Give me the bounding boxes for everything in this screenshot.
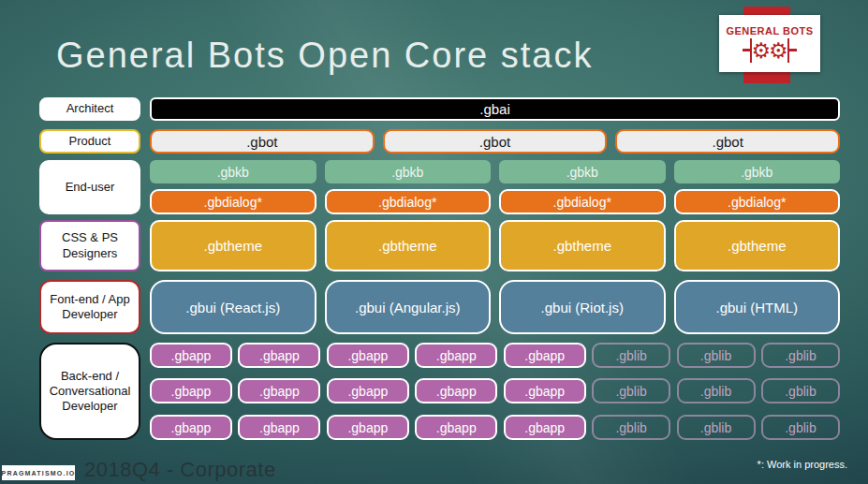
gear-icon: ⚙ bbox=[751, 38, 771, 63]
gbkb-box: .gbkb bbox=[150, 160, 316, 183]
gbapp-box: .gbapp bbox=[415, 378, 497, 403]
logo-brand-text: GENERAL BOTS bbox=[726, 25, 813, 37]
gbapp-box: .gbapp bbox=[504, 378, 586, 403]
gblib-box: .gblib bbox=[592, 378, 670, 403]
gbkb-box: .gbkb bbox=[499, 160, 666, 183]
gbapp-box: .gbapp bbox=[415, 343, 497, 368]
gbapp-box: .gbapp bbox=[327, 343, 409, 368]
gblib-box: .gblib bbox=[677, 415, 756, 440]
gears-icon: ⚙⚙ bbox=[743, 38, 797, 63]
gbtheme-row: .gbtheme .gbtheme .gbtheme .gbtheme bbox=[150, 220, 840, 271]
gbapp-box: .gbapp bbox=[238, 343, 320, 368]
pragmatismo-logo: PRAGMATISMO.IO bbox=[2, 465, 75, 480]
gbapp-box: .gbapp bbox=[415, 415, 497, 440]
gblib-box: .gblib bbox=[677, 343, 756, 368]
row-label-backend-developer: Back-end / Conversational Developer bbox=[39, 343, 140, 440]
gbtheme-box: .gbtheme bbox=[325, 220, 492, 271]
gbot-box: .gbot bbox=[615, 129, 840, 154]
row-label-css-ps-designers: CSS & PS Designers bbox=[39, 220, 140, 271]
gbapp-box: .gbapp bbox=[504, 343, 586, 368]
gbdialog-box: .gbdialog* bbox=[499, 189, 666, 214]
gbkb-box: .gbkb bbox=[674, 160, 841, 183]
gbai-row: .gbai bbox=[150, 97, 840, 121]
gblib-box: .gblib bbox=[761, 343, 840, 368]
gbdialog-row: .gbdialog* .gbdialog* .gbdialog* .gbdial… bbox=[150, 189, 840, 214]
gbkb-row: .gbkb .gbkb .gbkb .gbkb bbox=[150, 160, 840, 183]
gbtheme-box: .gbtheme bbox=[150, 220, 316, 271]
gbtheme-box: .gbtheme bbox=[499, 220, 666, 271]
gblib-box: .gblib bbox=[592, 415, 670, 440]
backend-row: .gbapp .gbapp .gbapp .gbapp .gbapp .gbli… bbox=[150, 378, 840, 403]
gbapp-box: .gbapp bbox=[238, 415, 320, 440]
gbdialog-box: .gbdialog* bbox=[674, 189, 841, 214]
slide-canvas: General Bots Open Core stack GENERAL BOT… bbox=[0, 0, 868, 484]
gbapp-box: .gbapp bbox=[150, 415, 232, 440]
gbtheme-box: .gbtheme bbox=[674, 220, 841, 271]
row-label-architect: Architect bbox=[39, 97, 140, 121]
page-title: General Bots Open Core stack bbox=[56, 36, 593, 76]
gear-tick-icon bbox=[743, 49, 750, 51]
gbkb-box: .gbkb bbox=[325, 160, 492, 183]
backend-row: .gbapp .gbapp .gbapp .gbapp .gbapp .gbli… bbox=[150, 343, 840, 368]
gbot-box: .gbot bbox=[383, 129, 608, 154]
gear-tick-icon bbox=[789, 49, 797, 51]
gbapp-box: .gbapp bbox=[504, 415, 586, 440]
gear-icon: ⚙ bbox=[769, 38, 788, 63]
row-label-frontend-developer: Font-end / App Developer bbox=[39, 280, 140, 334]
gblib-box: .gblib bbox=[592, 343, 670, 368]
gbui-react-box: .gbui (React.js) bbox=[150, 280, 316, 334]
backend-row: .gbapp .gbapp .gbapp .gbapp .gbapp .gbli… bbox=[150, 415, 840, 440]
gbui-angular-box: .gbui (Angular.js) bbox=[325, 280, 492, 334]
gbdialog-box: .gbdialog* bbox=[325, 189, 492, 214]
gblib-box: .gblib bbox=[761, 378, 840, 403]
gbapp-box: .gbapp bbox=[150, 343, 232, 368]
gbdialog-box: .gbdialog* bbox=[150, 189, 316, 214]
general-bots-logo: GENERAL BOTS ⚙⚙ bbox=[719, 15, 820, 72]
gbui-riot-box: .gbui (Riot.js) bbox=[499, 280, 666, 334]
gbapp-box: .gbapp bbox=[327, 378, 409, 403]
gbapp-box: .gbapp bbox=[327, 415, 409, 440]
gblib-box: .gblib bbox=[677, 378, 756, 403]
work-in-progress-note: *: Work in progress. bbox=[758, 459, 847, 470]
gblib-box: .gblib bbox=[761, 415, 840, 440]
gbot-box: .gbot bbox=[150, 129, 375, 154]
footer-edition-text: 2018Q4 - Corporate bbox=[84, 458, 276, 482]
gbai-box: .gbai bbox=[150, 97, 840, 121]
gbapp-box: .gbapp bbox=[238, 378, 320, 403]
gbui-html-box: .gbui (HTML) bbox=[674, 280, 841, 334]
row-label-end-user: End-user bbox=[39, 160, 140, 214]
row-label-product: Product bbox=[39, 129, 140, 154]
pragmatismo-logo-text: PRAGMATISMO.IO bbox=[2, 470, 76, 477]
gbot-row: .gbot .gbot .gbot bbox=[150, 129, 840, 154]
gbapp-box: .gbapp bbox=[150, 378, 232, 403]
gbui-row: .gbui (React.js) .gbui (Angular.js) .gbu… bbox=[150, 280, 840, 334]
